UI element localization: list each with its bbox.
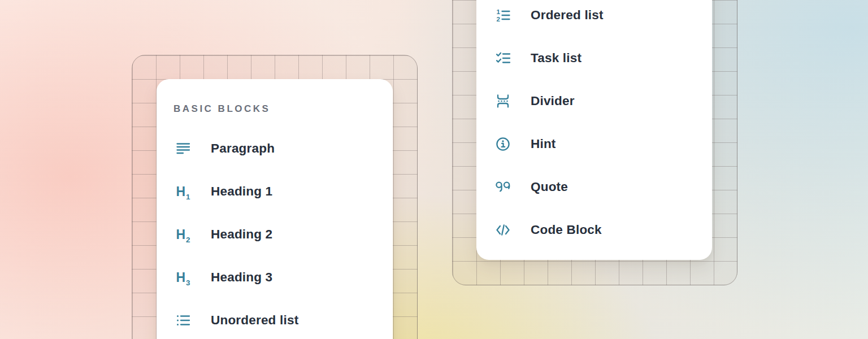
menu-item-heading-1[interactable]: H 1 Heading 1 [173, 170, 376, 213]
menu-item-label: Code Block [531, 223, 602, 237]
svg-text:1: 1 [497, 8, 501, 15]
menu-list: Paragraph H 1 Heading 1 H 2 Heading 2 H [173, 127, 376, 339]
menu-item-heading-3[interactable]: H 3 Heading 3 [173, 256, 376, 299]
section-label: BASIC BLOCKS [173, 98, 376, 120]
menu-item-hint[interactable]: Hint [493, 123, 695, 166]
paragraph-icon [173, 139, 193, 158]
menu-item-label: Task list [531, 51, 581, 66]
menu-item-label: Quote [531, 180, 568, 194]
menu-list: 1 2 Ordered list [493, 0, 695, 251]
menu-item-label: Hint [531, 137, 556, 151]
code-block-icon [493, 220, 513, 240]
menu-item-label: Divider [531, 94, 575, 108]
menu-item-label: Heading 1 [211, 184, 272, 199]
heading-3-icon: H 3 [173, 268, 193, 287]
divider-icon [493, 92, 513, 111]
menu-item-label: Heading 2 [211, 227, 272, 242]
task-list-icon [493, 49, 513, 68]
menu-item-ordered-list[interactable]: 1 2 Ordered list [493, 0, 695, 37]
menu-item-paragraph[interactable]: Paragraph [173, 127, 376, 170]
menu-item-divider[interactable]: Divider [493, 80, 695, 123]
quote-icon [493, 177, 513, 197]
hint-icon [493, 134, 513, 154]
ordered-list-icon: 1 2 [493, 6, 513, 25]
svg-text:2: 2 [497, 16, 500, 23]
menu-item-label: Heading 3 [211, 270, 272, 285]
menu-item-heading-2[interactable]: H 2 Heading 2 [173, 213, 376, 256]
menu-item-label: Unordered list [211, 313, 298, 328]
unordered-list-icon [173, 311, 193, 330]
basic-blocks-menu: BASIC BLOCKS Paragraph H 1 [157, 79, 393, 339]
blocks-menu-continued: 1 2 Ordered list [476, 0, 712, 260]
menu-item-label: Ordered list [531, 8, 604, 23]
heading-1-icon: H 1 [173, 182, 193, 201]
hero-background: BASIC BLOCKS Paragraph H 1 [0, 0, 868, 339]
menu-item-unordered-list[interactable]: Unordered list [173, 299, 376, 339]
menu-item-quote[interactable]: Quote [493, 166, 695, 208]
menu-item-task-list[interactable]: Task list [493, 37, 695, 80]
menu-item-code-block[interactable]: Code Block [493, 208, 695, 251]
heading-2-icon: H 2 [173, 225, 193, 244]
menu-item-label: Paragraph [211, 141, 275, 156]
